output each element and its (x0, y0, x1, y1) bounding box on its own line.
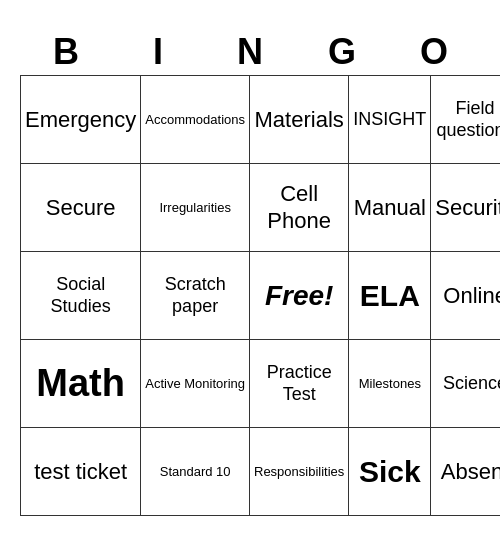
cell-r4-c4: Absent (431, 428, 500, 516)
cell-r2-c3: ELA (349, 252, 431, 340)
cell-r1-c1: Irregularities (141, 164, 250, 252)
header-i: I (112, 28, 204, 76)
cell-r2-c1: Scratch paper (141, 252, 250, 340)
cell-r3-c1: Active Monitoring (141, 340, 250, 428)
cell-r0-c3: INSIGHT (349, 76, 431, 164)
bingo-header: B I N G O (20, 28, 480, 76)
cell-r2-c0: Social Studies (21, 252, 141, 340)
bingo-grid: EmergencyAccommodationsMaterialsINSIGHTF… (20, 75, 500, 516)
cell-r1-c4: Security (431, 164, 500, 252)
cell-r0-c2: Materials (250, 76, 349, 164)
header-g: G (296, 28, 388, 76)
cell-r3-c4: Science (431, 340, 500, 428)
header-o: O (388, 28, 480, 76)
cell-r3-c3: Milestones (349, 340, 431, 428)
cell-r1-c0: Secure (21, 164, 141, 252)
cell-r0-c0: Emergency (21, 76, 141, 164)
header-n: N (204, 28, 296, 76)
cell-r4-c2: Responsibilities (250, 428, 349, 516)
cell-r0-c4: Field questions (431, 76, 500, 164)
header-b: B (20, 28, 112, 76)
cell-r3-c2: Practice Test (250, 340, 349, 428)
cell-r2-c2: Free! (250, 252, 349, 340)
cell-r2-c4: Online (431, 252, 500, 340)
cell-r4-c0: test ticket (21, 428, 141, 516)
cell-r1-c2: Cell Phone (250, 164, 349, 252)
cell-r4-c3: Sick (349, 428, 431, 516)
cell-r0-c1: Accommodations (141, 76, 250, 164)
cell-r3-c0: Math (21, 340, 141, 428)
cell-r4-c1: Standard 10 (141, 428, 250, 516)
cell-r1-c3: Manual (349, 164, 431, 252)
bingo-card-container: B I N G O EmergencyAccommodationsMateria… (20, 28, 480, 517)
